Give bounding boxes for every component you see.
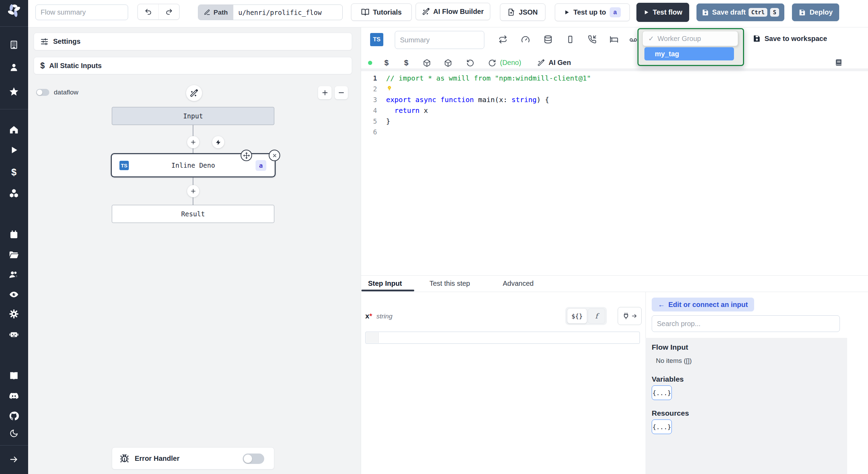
dollar-icon[interactable]: $ — [404, 58, 408, 67]
result-node[interactable]: Result — [112, 205, 274, 223]
groups-users-gear-icon[interactable] — [9, 269, 19, 281]
javascript-mode-button[interactable]: f — [588, 308, 605, 324]
edit-or-connect-button[interactable]: ← Edit or connect an input — [652, 298, 754, 311]
windmill-logo-icon[interactable] — [6, 3, 22, 20]
dark-mode-moon-icon[interactable] — [9, 429, 18, 438]
package-box-icon[interactable] — [423, 59, 431, 67]
code-line: 1// import * as wmill from "npm:windmill… — [361, 73, 868, 84]
all-static-inputs-bar[interactable]: $ All Static Inputs — [34, 57, 352, 74]
sidebar-divider — [0, 109, 28, 109]
close-icon — [272, 152, 278, 159]
path-value[interactable]: u/henri/prolific_flow — [233, 5, 326, 20]
deploy-button[interactable]: Deploy — [792, 3, 839, 21]
discord-icon[interactable] — [9, 391, 19, 402]
variables-section-title: Variables — [652, 375, 684, 383]
path-button[interactable]: Path — [198, 5, 233, 20]
resources-object-chip[interactable]: {...} — [652, 419, 672, 434]
reload-runtime-icon[interactable] — [488, 59, 496, 67]
result-node-label: Result — [181, 210, 205, 218]
package-box-icon[interactable] — [444, 59, 452, 67]
search-prop-input[interactable] — [652, 315, 840, 332]
file-export-icon — [508, 8, 515, 16]
sleep-bed-icon[interactable] — [610, 35, 618, 44]
book-open-icon — [361, 8, 369, 16]
worker-group-dropdown[interactable]: ✓ Worker Group my_tag — [637, 28, 744, 66]
path-label: Path — [214, 9, 228, 16]
undo-button[interactable] — [138, 4, 158, 19]
ai-gen-label[interactable]: AI Gen — [549, 59, 571, 67]
ai-wand-button[interactable] — [186, 85, 202, 101]
trigger-zap-button[interactable] — [212, 136, 224, 148]
settings-gear-icon[interactable] — [9, 309, 19, 321]
insert-step-button[interactable] — [187, 136, 199, 148]
worker-group-label: Worker Group — [658, 35, 701, 43]
template-mode-button[interactable]: ${} — [567, 308, 587, 324]
ai-robot-icon[interactable] — [9, 329, 19, 341]
dollar-icon[interactable]: $ — [384, 58, 389, 67]
test-flow-button[interactable]: Test flow — [636, 3, 689, 22]
home-icon[interactable] — [9, 124, 19, 136]
ai-flow-builder-button[interactable]: AI Flow Builder — [416, 3, 490, 20]
flow-input-node-label: Input — [183, 112, 203, 120]
lightbulb-icon[interactable] — [386, 84, 393, 95]
variables-dollar-icon[interactable]: $ — [11, 167, 16, 178]
resources-cubes-icon[interactable] — [9, 188, 19, 200]
suspend-phone-icon[interactable] — [588, 35, 596, 44]
worker-group-placeholder-option[interactable]: ✓ Worker Group — [642, 31, 738, 46]
zoom-out-button[interactable] — [335, 86, 348, 99]
flow-input-node[interactable]: Input — [112, 107, 274, 125]
insert-step-button[interactable] — [187, 185, 199, 197]
tab-test-this-step[interactable]: Test this step — [429, 280, 470, 288]
dataflow-toggle-knob — [37, 90, 42, 95]
worker-group-option-my-tag[interactable]: my_tag — [644, 47, 734, 60]
ai-gen-wand-icon[interactable] — [537, 59, 545, 66]
expand-sidebar-arrow-icon[interactable] — [9, 455, 19, 464]
json-label: JSON — [519, 8, 537, 16]
move-step-handle[interactable] — [241, 150, 252, 161]
cache-database-icon[interactable] — [544, 35, 552, 44]
path-editor[interactable]: Path u/henri/prolific_flow — [198, 5, 343, 20]
tutorials-button[interactable]: Tutorials — [351, 3, 412, 21]
delete-step-button[interactable] — [269, 150, 280, 161]
redo-button[interactable] — [158, 4, 179, 19]
audit-eye-icon[interactable] — [9, 289, 19, 301]
script-library-book-icon[interactable] — [835, 58, 843, 68]
status-dot — [368, 61, 372, 65]
dataflow-toggle[interactable] — [36, 89, 49, 96]
folders-icon[interactable] — [9, 249, 19, 261]
error-handler-card[interactable]: Error Handler — [112, 447, 274, 469]
summary-input[interactable] — [395, 31, 484, 49]
variables-object-chip[interactable]: {...} — [652, 385, 672, 400]
runs-play-icon[interactable] — [9, 145, 19, 156]
save-draft-button[interactable]: Save draft Ctrl S — [696, 3, 784, 21]
favorites-star-icon[interactable] — [9, 86, 19, 98]
history-icon[interactable] — [466, 59, 474, 67]
test-up-to-step-badge[interactable]: a — [610, 7, 621, 17]
code-line: 5} — [361, 116, 868, 127]
my-tag-label: my_tag — [655, 50, 679, 58]
github-icon[interactable] — [9, 411, 19, 423]
connect-input-button[interactable] — [618, 307, 642, 325]
undo-redo-group — [137, 4, 180, 20]
schedules-calendar-icon[interactable] — [9, 230, 19, 241]
workspace-building-icon[interactable] — [9, 40, 19, 50]
field-value-input[interactable] — [365, 332, 640, 344]
zoom-in-button[interactable] — [318, 86, 332, 99]
docs-book-icon[interactable] — [9, 371, 19, 383]
early-stop-icon[interactable] — [566, 35, 575, 44]
field-required-asterisk: * — [369, 312, 372, 320]
tab-step-input[interactable]: Step Input — [368, 280, 402, 288]
save-to-workspace-button[interactable]: Save to workspace — [753, 34, 827, 43]
user-icon[interactable] — [9, 63, 19, 74]
concurrency-gauge-icon[interactable] — [521, 35, 530, 44]
flow-summary-input[interactable] — [35, 5, 128, 20]
error-handler-toggle[interactable] — [243, 454, 264, 464]
settings-bar[interactable]: Settings — [34, 33, 352, 50]
editor-typescript-badge: TS — [370, 33, 383, 46]
mock-voicemail-icon[interactable] — [629, 36, 637, 44]
code-editor[interactable]: 1// import * as wmill from "npm:windmill… — [361, 73, 868, 274]
retries-repeat-icon[interactable] — [499, 35, 507, 44]
tab-advanced[interactable]: Advanced — [503, 280, 534, 288]
test-up-to-button[interactable]: Test up to a — [555, 3, 630, 21]
json-button[interactable]: JSON — [500, 3, 545, 21]
